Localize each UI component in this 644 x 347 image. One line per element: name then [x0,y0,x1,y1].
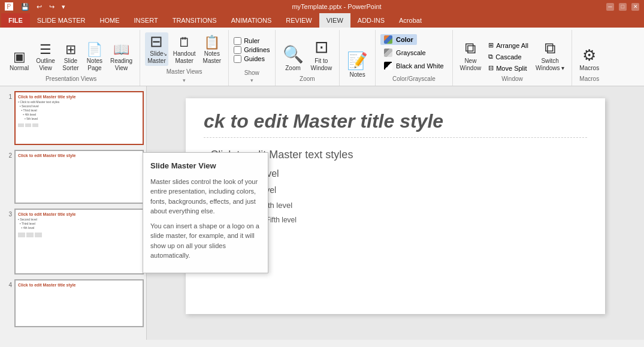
reading-icon: 📖 [113,43,129,56]
slide-thumb-4[interactable]: Click to edit Master title style [14,279,144,327]
color-grayscale-label: Color/Grayscale [392,76,436,83]
slide-3-icons [18,233,140,237]
notes-master-button[interactable]: 📋 NotesMaster [201,35,224,66]
ruler-check[interactable] [234,37,241,45]
arrange-all-button[interactable]: ⊞ Arrange All [486,40,531,50]
slide-thumb-body-1: • Click to edit Master text styles • Sec… [18,100,140,121]
guides-checkbox[interactable]: Guides [234,55,270,63]
move-split-button[interactable]: ⊟ Move Split [486,63,531,73]
tooltip-paragraph-2: You can insert a shape or a logo on a sl… [150,221,261,261]
slide-thumb-title-4: Click to edit Master title style [18,283,140,287]
cascade-button[interactable]: ⧉ Cascade [486,52,531,62]
master-views-expand[interactable]: ▾ [183,77,186,83]
new-window-label: NewWindow [460,58,482,72]
handout-label: HandoutMaster [173,50,196,65]
switch-windows-button[interactable]: ⧉ SwitchWindows ▾ [533,38,567,73]
notes-page-button[interactable]: 📄 NotesPage [84,42,105,73]
zoom-button[interactable]: 🔍 Zoom [280,43,306,73]
tab-home[interactable]: HOME [93,13,127,28]
presentation-views-label: Presentation Views [46,76,96,83]
tooltip-title: Slide Master View [150,160,261,172]
grayscale-button[interactable]: Grayscale [380,47,430,58]
slide-master-icon: ⊟ [150,34,163,49]
slide-thumb-content-1: Click to edit Master title style • Click… [16,92,143,129]
slide-number-2: 2 [2,150,12,159]
new-window-icon: ⧉ [465,39,476,58]
arrange-label: Arrange All [496,42,528,49]
ribbon-group-notes: 📝 Notes [340,30,376,86]
slide-thumb-1[interactable]: Click to edit Master title style • Click… [14,91,144,145]
ruler-checkbox[interactable]: Ruler [234,37,270,45]
slide-thumbnail-2: 2 Click to edit Master title style [2,150,144,204]
slide-sorter-button[interactable]: ⊞ SlideSorter [60,42,81,73]
bw-label: Black and White [396,62,443,70]
undo-button[interactable]: ↩ [35,2,44,11]
switch-label: SwitchWindows ▾ [536,58,564,72]
tab-file[interactable]: FILE [1,13,30,28]
color-button[interactable]: Color [380,34,417,45]
grayscale-label: Grayscale [396,49,426,56]
notes-button[interactable]: 📝 Notes [344,50,370,80]
color-swatch [384,35,392,44]
normal-view-button[interactable]: ▣ Normal [7,49,31,73]
macros-button[interactable]: ⚙ Macros [577,45,601,73]
tab-view[interactable]: VIEW [319,13,350,28]
customize-button[interactable]: ▾ [60,2,67,11]
close-button[interactable]: ✕ [631,3,639,11]
tab-slide-master[interactable]: SLIDE MASTER [30,13,93,28]
show-expand[interactable]: ▾ [250,77,253,83]
window-label: Window [501,76,523,83]
notes-icon: 📝 [347,51,368,71]
show-label: Show [244,70,259,77]
window-title: myTemplate.pptx - PowerPoint [67,3,606,10]
new-window-button[interactable]: ⧉ NewWindow [458,38,484,73]
reading-view-button[interactable]: 📖 ReadingView [108,42,135,73]
slide-thumb-title-3: Click to edit Master title style [18,212,140,216]
slide-thumb-2[interactable]: Click to edit Master title style [14,150,144,204]
tab-addins[interactable]: ADD-INS [350,13,392,28]
notes-page-label: NotesPage [87,58,102,72]
quick-access-toolbar[interactable]: 🅿 💾 ↩ ↪ ▾ [5,2,67,11]
slide-thumb-content-3: Click to edit Master title style • Secon… [16,210,143,240]
maximize-button[interactable]: □ [619,3,627,11]
tab-acrobat[interactable]: Acrobat [392,13,429,28]
zoom-icon: 🔍 [283,44,304,65]
normal-icon: ▣ [13,50,26,64]
ribbon-tabs: FILE SLIDE MASTER HOME INSERT TRANSITION… [0,13,644,28]
black-and-white-button[interactable]: Black and White [380,61,447,71]
redo-button[interactable]: ↪ [47,2,56,11]
presentation-views-buttons: ▣ Normal ☰ OutlineView ⊞ SlideSorter 📄 N… [7,32,135,73]
fit-icon: ⊡ [315,37,328,58]
gridlines-check[interactable] [234,46,241,54]
color-options: Color Grayscale Black and White [380,32,447,73]
move-split-label: Move Split [496,65,527,72]
outline-view-button[interactable]: ☰ OutlineView [34,42,58,73]
slide-thumbnail-1: 1 Click to edit Master title style • Cli… [2,91,144,145]
cascade-icon: ⧉ [488,53,493,61]
tab-transitions[interactable]: TRANSITIONS [165,13,224,28]
grayscale-swatch [384,49,392,57]
fit-to-window-button[interactable]: ⊡ Fit toWindow [309,36,335,73]
minimize-button[interactable]: ─ [606,3,614,11]
guides-check[interactable] [234,55,241,63]
tab-insert[interactable]: INSERT [127,13,165,28]
gridlines-label: Gridlines [244,46,270,53]
slide-panel: 1 Click to edit Master title style • Cli… [0,86,147,340]
master-views-buttons: ⊟ SlideMaster ↘ 🗒 HandoutMaster 📋 NotesM… [145,32,223,66]
slide-master-button[interactable]: ⊟ SlideMaster ↘ [145,32,168,66]
slide-thumb-3[interactable]: Click to edit Master title style • Secon… [14,209,144,274]
ribbon: ▣ Normal ☰ OutlineView ⊞ SlideSorter 📄 N… [0,28,644,86]
macros-label: Macros [579,65,599,72]
slide-thumbnail-3: 3 Click to edit Master title style • Sec… [2,209,144,274]
cursor-indicator: ↘ [163,52,167,58]
arrange-icon: ⊞ [488,41,494,49]
gridlines-checkbox[interactable]: Gridlines [234,46,270,54]
tab-review[interactable]: REVIEW [279,13,319,28]
reading-label: ReadingView [110,58,132,72]
window-controls[interactable]: ─ □ ✕ [606,3,639,11]
macros-buttons: ⚙ Macros [577,32,601,73]
window-buttons: ⧉ NewWindow ⊞ Arrange All ⧉ Cascade ⊟ Mo… [458,32,567,73]
tab-animations[interactable]: ANIMATIONS [224,13,279,28]
save-button[interactable]: 💾 [19,2,31,11]
handout-master-button[interactable]: 🗒 HandoutMaster [171,35,198,66]
